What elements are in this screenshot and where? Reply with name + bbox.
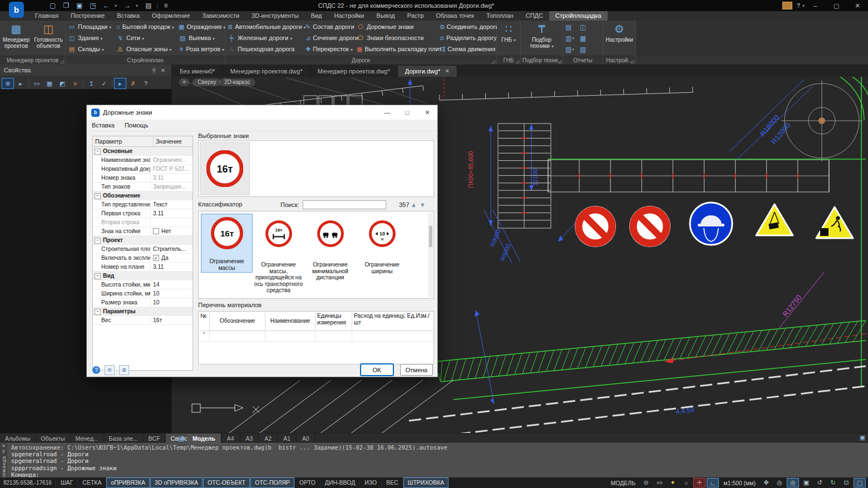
dialog-launcher-icon[interactable]: ◿: [631, 59, 634, 64]
grid-row[interactable]: Тип знаковЗапрещаю...: [93, 183, 193, 191]
grid-section[interactable]: −Вид: [93, 272, 193, 280]
report-icon-4[interactable]: ▦: [580, 33, 592, 44]
screen-icon[interactable]: ▭: [653, 478, 665, 487]
road-signs-button[interactable]: ⬠Дорожные знаки: [354, 21, 438, 32]
orbit-icon[interactable]: ↺: [813, 478, 826, 487]
window-select-tool[interactable]: ▭: [31, 78, 43, 89]
collapse-icon[interactable]: −: [95, 273, 101, 279]
close-tab-icon[interactable]: ✕: [445, 66, 449, 77]
pin-icon[interactable]: ⚲: [2, 449, 6, 455]
collapse-icon[interactable]: −: [95, 238, 101, 244]
slab-layout-button[interactable]: ▦Выполнить раскладку плит: [354, 43, 438, 55]
tray-corner-icon[interactable]: ▣: [858, 434, 867, 443]
toggle-hatch[interactable]: ШТРИХОВКА: [403, 477, 449, 488]
tab-oblaka-tochek[interactable]: Облака точек: [430, 11, 481, 21]
grid-row[interactable]: Высота стойки, мм14: [93, 280, 193, 289]
grid-row[interactable]: Тип представленияТекст: [93, 200, 193, 209]
split-road-button[interactable]: ⧄Разделить дорогу: [438, 32, 496, 43]
report-icon-5[interactable]: ▧▾: [565, 44, 580, 55]
grid-row[interactable]: Вес16т: [93, 316, 193, 325]
dialog-settings-icon[interactable]: ⚙: [105, 365, 115, 375]
grid-row[interactable]: Включать в экспликацию✓Да: [93, 254, 193, 263]
dialog-reset-icon[interactable]: ⊠: [119, 365, 129, 375]
save-icon[interactable]: ▣: [75, 2, 85, 9]
scroll-down-icon[interactable]: ▼: [418, 201, 427, 208]
space-indicator[interactable]: МОДЕЛЬ: [608, 480, 639, 486]
selected-sign-card[interactable]: 16т: [200, 142, 250, 195]
dialog-close-button[interactable]: ✕: [417, 105, 437, 120]
warehouses-button[interactable]: ▤Склады: [66, 43, 114, 55]
dialog-title-bar[interactable]: b Дорожные знаки — □ ✕: [87, 105, 437, 120]
toggle-shag[interactable]: ШАГ: [56, 477, 77, 488]
tab-zavisimosti[interactable]: Зависимости: [196, 11, 245, 21]
regen-icon[interactable]: ↻: [827, 478, 839, 487]
grid-row[interactable]: Размер знака10: [93, 298, 193, 307]
grid-row[interactable]: Ширина стойки, мм10: [93, 289, 193, 298]
fences-button[interactable]: ▦Ограждения: [176, 21, 225, 32]
zoom-object-icon[interactable]: ▣: [800, 478, 812, 487]
auto-roads-button[interactable]: ≣Автомобильные дороги: [225, 21, 303, 32]
scroll-up-icon[interactable]: ▲: [410, 201, 418, 208]
classifier-card-width-limit[interactable]: 10 м Ограничение ширины: [356, 214, 408, 298]
toggle-iso[interactable]: ИЗО: [359, 477, 381, 488]
open-file-icon[interactable]: ❐: [61, 2, 71, 9]
report-icon-1[interactable]: ▤: [565, 22, 580, 33]
gnb-button[interactable]: ∷ ГНБ: [497, 21, 520, 56]
grid-row[interactable]: Строительная площадкаСтроитель...: [93, 245, 193, 254]
viewport-add-button[interactable]: +: [179, 78, 189, 86]
wind-rose-button[interactable]: ✳Роза ветров: [176, 43, 225, 55]
classifier-card-axle-mass[interactable]: 16т Ограничение массы, приходящейся на о…: [253, 214, 304, 298]
grid-section[interactable]: −Параметры: [93, 307, 193, 316]
layout-a1[interactable]: A1: [278, 433, 297, 443]
viewport-visual-style-button[interactable]: 2D-каркас: [219, 78, 255, 86]
object-readiness-button[interactable]: ◫ Готовность объектов: [32, 21, 65, 56]
viewport-view-button[interactable]: Сверху: [193, 78, 221, 86]
layout-a4[interactable]: A4: [221, 433, 240, 443]
safety-signs-button[interactable]: ⬠Знаки безопасности: [354, 32, 438, 43]
clear-selection-tool[interactable]: ✗: [127, 78, 139, 89]
menu-help[interactable]: Помощь: [120, 122, 154, 129]
search-input[interactable]: [303, 200, 386, 209]
undo-icon[interactable]: ←: [101, 2, 111, 9]
dialog-launcher-icon[interactable]: ◿: [516, 59, 519, 64]
help-icon[interactable]: ?: [140, 78, 152, 89]
pick-point-tool[interactable]: ↥: [85, 78, 97, 89]
collapse-icon[interactable]: −: [95, 149, 101, 155]
highlight-cursor-tool[interactable]: ▸: [114, 78, 126, 89]
app-logo[interactable]: b: [9, 2, 24, 18]
redo-dropdown-icon[interactable]: ▾: [136, 3, 140, 8]
grid-row[interactable]: Номер на плане3.11: [93, 263, 193, 272]
tab-oformlenie[interactable]: Оформление: [146, 11, 196, 21]
save-as-icon[interactable]: ◳: [88, 2, 98, 9]
grid-row[interactable]: Нормативный документГОСТ Р 522...: [93, 165, 193, 174]
command-line-panel[interactable]: ✕ ⚲ Команда Автосохранение: C:\Users\ЮЗГ…: [0, 443, 868, 477]
grid-row[interactable]: Вторая строка: [93, 218, 193, 227]
tab-bcf[interactable]: BCF: [144, 433, 166, 443]
zoom-window-icon[interactable]: ◎: [787, 478, 799, 487]
project-manager-button[interactable]: ▦ Менеджер проектов: [0, 21, 32, 56]
hard-hat-sign[interactable]: [690, 203, 732, 245]
collapse-icon[interactable]: −: [95, 309, 101, 315]
annotation-lock-icon[interactable]: ⊝: [640, 478, 652, 487]
toggle-3d-osnap[interactable]: 3D оПРИВЯЗКА: [150, 477, 203, 488]
tab-spds[interactable]: СПДС: [520, 11, 549, 21]
menu-insert[interactable]: Вставка: [87, 122, 120, 129]
tab-albums[interactable]: Альбомы: [0, 433, 36, 443]
undo-dropdown-icon[interactable]: ▾: [115, 3, 119, 8]
join-roads-button[interactable]: ⧉Соединить дороги: [438, 21, 496, 32]
ribbon-style-icon[interactable]: [782, 2, 792, 9]
grid-section[interactable]: −Основные: [93, 147, 193, 156]
scrollbar-thumb[interactable]: [429, 226, 432, 247]
close-button[interactable]: ✕: [847, 0, 868, 11]
falling-load-warning-sign[interactable]: [756, 204, 793, 235]
customize-qat-icon[interactable]: ≡: [161, 2, 171, 9]
tab-vyvod[interactable]: Вывод: [370, 11, 401, 21]
doc-tab-manager-2[interactable]: Менеджер проектов.dwg*: [310, 66, 398, 77]
append-selection-tool[interactable]: ⊕: [2, 78, 14, 89]
checkbox-checked[interactable]: ✓: [153, 255, 159, 261]
toggle-otrack-polar[interactable]: ОТС-ПОЛЯР: [250, 477, 294, 488]
toggle-otrack-object[interactable]: ОТС-ОБЪЕКТ: [203, 477, 250, 488]
toggle-lineweight[interactable]: ВЕС: [381, 477, 403, 488]
tab-objects[interactable]: Объекты: [36, 433, 70, 443]
toggle-setka[interactable]: СЕТКА: [77, 477, 106, 488]
